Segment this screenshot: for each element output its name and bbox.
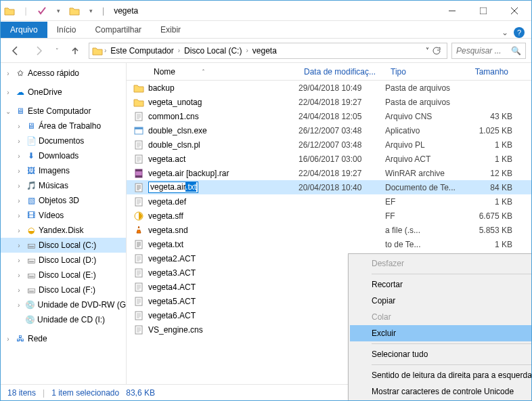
column-date[interactable]: Data de modificaç... (298, 64, 385, 79)
minimize-button[interactable] (437, 1, 468, 21)
file-row[interactable]: double_clsn.exe26/12/2007 03:48Aplicativ… (127, 123, 531, 138)
crumb-disk[interactable]: Disco Local (C:) (181, 45, 244, 57)
ctx-undo[interactable]: Desfazer (350, 255, 532, 272)
tab-share[interactable]: Compartilhar (85, 22, 151, 38)
back-button[interactable] (6, 41, 25, 60)
tree-pictures[interactable]: ›🖼Imagens (1, 163, 126, 178)
tab-file[interactable]: Arquivo (1, 22, 47, 38)
expand-icon[interactable]: › (3, 89, 13, 96)
ctx-delete[interactable]: Excluir (350, 325, 532, 341)
file-row[interactable]: vegeta.air.txt20/04/2018 10:40Documento … (127, 180, 531, 194)
ctx-select-all[interactable]: Selecionar tudo (350, 346, 532, 362)
file-row[interactable]: vegeta.txtto de Te...1 KB (127, 237, 531, 251)
column-type[interactable]: Tipo (385, 64, 468, 79)
crumb-folder[interactable]: vegeta (250, 45, 280, 57)
ctx-rtl[interactable]: Sentido de leitura da direita para a esq… (350, 367, 532, 383)
tree-quick-access[interactable]: ›✩Acesso rápido (1, 66, 126, 81)
file-row[interactable]: backup29/04/2018 10:49Pasta de arquivos (127, 81, 531, 95)
maximize-button[interactable] (468, 1, 499, 21)
file-row[interactable]: vegeta.act16/06/2017 03:00Arquivo ACT1 K… (127, 152, 531, 166)
file-row[interactable]: vegeta.sffFF6.675 KB (127, 209, 531, 223)
file-row[interactable]: double_clsn.pl26/12/2007 03:48Arquivo PL… (127, 138, 531, 152)
tree-disk-f[interactable]: ›🖴Disco Local (F:) (1, 282, 126, 297)
tree-dvd[interactable]: ›💿Unidade de DVD-RW (G (1, 297, 126, 312)
tab-view[interactable]: Exibir (151, 22, 190, 38)
chevron-right-icon[interactable]: › (104, 47, 106, 54)
close-button[interactable] (499, 1, 530, 21)
expand-icon[interactable]: › (14, 272, 24, 279)
crumb-pc[interactable]: Este Computador (108, 45, 176, 57)
file-row[interactable]: common1.cns24/04/2018 12:05Arquivo CNS43… (127, 109, 531, 123)
search-icon[interactable]: 🔍 (511, 46, 521, 56)
expand-icon[interactable]: › (14, 242, 24, 249)
tree-disk-d[interactable]: ›🖴Disco Local (D:) (1, 253, 126, 268)
collapse-icon[interactable]: ⌄ (3, 108, 13, 115)
tree-label: Imagens (39, 166, 70, 175)
tree-yandex[interactable]: ›◒Yandex.Disk (1, 223, 126, 238)
disc-icon: 💿 (24, 300, 36, 310)
expand-icon[interactable]: › (3, 335, 13, 343)
help-icon[interactable]: ? (514, 27, 525, 38)
tree-documents[interactable]: ›📄Documentos (1, 133, 126, 148)
tree-network[interactable]: ›🖧Rede (1, 331, 126, 346)
expand-icon[interactable]: › (14, 212, 24, 219)
expand-icon[interactable]: › (3, 70, 13, 77)
expand-icon[interactable]: › (14, 167, 24, 175)
disc-icon: 💿 (24, 315, 36, 324)
ribbon-tabs: Arquivo Início Compartilhar Exibir ⌄ ? (1, 21, 531, 39)
column-size[interactable]: Tamanho (468, 64, 514, 79)
tree-downloads[interactable]: ›⬇Downloads (1, 148, 126, 163)
search-box[interactable]: 🔍 (451, 43, 526, 59)
column-name[interactable]: Nomeˆ (148, 64, 298, 79)
ctx-cut[interactable]: Recortar (350, 276, 532, 293)
file-row[interactable]: vegeta_unotag22/04/2018 19:27Pasta de ar… (127, 95, 531, 109)
refresh-icon[interactable] (432, 46, 441, 56)
tree-videos[interactable]: ›🎞Vídeos (1, 208, 126, 223)
rename-input[interactable]: vegeta.air.txt (148, 182, 198, 193)
expand-icon[interactable]: › (14, 257, 24, 264)
status-selected-size: 83,6 KB (126, 388, 155, 398)
expand-icon[interactable]: › (14, 227, 24, 234)
expand-icon[interactable]: › (14, 138, 24, 145)
up-button[interactable] (66, 41, 85, 60)
expand-icon[interactable]: › (14, 287, 24, 294)
tree-onedrive[interactable]: ›☁OneDrive (1, 85, 126, 100)
file-row[interactable]: vegeta.snda file (.s...5.853 KB (127, 223, 531, 237)
breadcrumb-bar[interactable]: › Este Computador › Disco Local (C:) › v… (89, 43, 447, 59)
address-dropdown-icon[interactable]: ˅ (426, 47, 429, 54)
tree-music[interactable]: ›🎵Músicas (1, 178, 126, 193)
tree-3d-objects[interactable]: ›▧Objetos 3D (1, 193, 126, 208)
tab-home[interactable]: Início (47, 22, 86, 38)
tree-disk-c[interactable]: ›🖴Disco Local (C:) (1, 238, 126, 253)
file-type: a file (.s... (385, 226, 468, 235)
file-size: 5.853 KB (468, 226, 512, 235)
expand-icon[interactable]: › (14, 182, 24, 190)
expand-icon[interactable]: › (14, 197, 24, 205)
tree-cd[interactable]: 💿Unidade de CD (I:) (1, 312, 126, 327)
svg-rect-17 (135, 297, 142, 305)
tree-desktop[interactable]: ›🖥Área de Trabalho (1, 119, 126, 133)
file-row[interactable]: vegeta.defEF1 KB (127, 194, 531, 209)
star-icon: ✩ (14, 68, 26, 78)
ctx-show-unicode[interactable]: Mostrar caracteres de controle Unicode (350, 383, 532, 400)
expand-icon[interactable]: › (14, 123, 24, 130)
chevron-right-icon[interactable]: › (246, 47, 248, 54)
navigation-pane[interactable]: ›✩Acesso rápido ›☁OneDrive ⌄🖥Este Comput… (1, 63, 127, 385)
expand-icon[interactable]: › (14, 301, 23, 309)
file-type: Aplicativo (385, 126, 468, 135)
ctx-copy[interactable]: Copiar (350, 293, 532, 309)
qat-chevron-icon[interactable]: ▾ (83, 3, 98, 18)
ctx-separator (372, 364, 532, 365)
recent-dropdown[interactable]: ˅ (52, 41, 62, 60)
ctx-paste[interactable]: Colar (350, 309, 532, 325)
qat-dropdown-icon[interactable]: ▾ (51, 3, 66, 18)
tree-disk-e[interactable]: ›🖴Disco Local (E:) (1, 268, 126, 282)
file-row[interactable]: vegeta.air [backup].rar22/04/2018 19:27W… (127, 166, 531, 180)
tree-this-pc[interactable]: ⌄🖥Este Computador (1, 104, 126, 119)
properties-icon[interactable] (35, 3, 49, 18)
expand-icon[interactable]: › (14, 152, 24, 160)
chevron-right-icon[interactable]: › (178, 47, 180, 54)
forward-button[interactable] (29, 41, 48, 60)
search-input[interactable] (456, 46, 504, 56)
ribbon-expand-icon[interactable]: ⌄ (502, 28, 508, 37)
